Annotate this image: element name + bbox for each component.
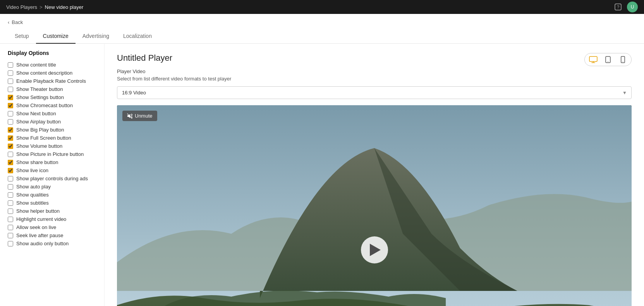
checkbox-label-show_share: Show share button [16,159,58,165]
top-bar: Video Players > New video player ? U [0,0,644,14]
tab-customize[interactable]: Customize [36,30,76,44]
format-dropdown[interactable]: 16:9 Video4:3 VideoVertical Video [117,86,632,99]
checkbox-label-show_live_icon: Show live icon [16,168,48,173]
breadcrumb-separator: > [39,4,43,10]
svg-text:?: ? [617,5,619,9]
checkbox-input-show_theater[interactable] [8,87,13,92]
checkbox-show_share[interactable]: Show share button [8,158,96,166]
checkbox-input-show_controls_ads[interactable] [8,176,13,181]
checkbox-show_controls_ads[interactable]: Show player controls during ads [8,174,96,183]
player-desc: Select from list different video formats… [117,76,632,82]
checkbox-input-show_airplay[interactable] [8,119,13,125]
checkbox-show_big_play[interactable]: Show Big Play button [8,126,96,134]
checkbox-show_settings[interactable]: Show Settings button [8,93,96,101]
checkbox-show_content_title[interactable]: Show content title [8,61,96,69]
content-area: Display Options Show content titleShow c… [0,44,644,306]
checkbox-show_chromecast[interactable]: Show Chromecast button [8,101,96,109]
video-format-select[interactable]: 16:9 Video4:3 VideoVertical Video ▼ [117,86,632,99]
checkboxes-list: Show content titleShow content descripti… [8,61,96,248]
checkbox-label-show_next: Show Next button [16,111,56,116]
unmute-button[interactable]: Unmute [122,111,157,121]
svg-point-4 [608,62,608,62]
breadcrumb-current: New video player [45,4,84,10]
svg-rect-2 [589,56,597,62]
page-header: ‹ Back SetupCustomizeAdvertisingLocaliza… [0,14,644,44]
checkbox-enable_playback[interactable]: Enable Playback Rate Controls [8,77,96,85]
back-chevron-icon: ‹ [8,19,9,25]
checkbox-input-show_volume[interactable] [8,144,13,149]
checkbox-label-show_content_title: Show content title [16,62,56,68]
breadcrumb-parent[interactable]: Video Players [6,4,37,10]
checkbox-label-show_big_play: Show Big Play button [16,127,64,133]
checkbox-label-show_volume: Show Volume button [16,143,62,149]
checkbox-input-seek_live_pause[interactable] [8,233,13,238]
tab-localization[interactable]: Localization [116,30,159,44]
checkbox-input-show_next[interactable] [8,111,13,116]
checkbox-input-show_live_icon[interactable] [8,168,13,173]
video-scene-svg [117,105,632,306]
help-icon[interactable]: ? [614,3,622,11]
checkbox-input-allow_seek_live[interactable] [8,225,13,230]
checkbox-label-show_autoplay: Show auto play [16,184,51,190]
checkbox-input-show_share[interactable] [8,160,13,165]
checkbox-input-show_helper[interactable] [8,209,13,214]
player-title: Untitled Player [117,53,172,63]
checkbox-show_next[interactable]: Show Next button [8,109,96,118]
unmute-label: Unmute [135,113,153,119]
tablet-device-button[interactable] [603,55,613,64]
checkbox-input-show_content_title[interactable] [8,62,13,68]
checkbox-input-show_pip[interactable] [8,152,13,157]
checkbox-show_helper[interactable]: Show helper button [8,207,96,215]
video-player: Unmute [117,105,632,306]
breadcrumb: Video Players > New video player [6,4,83,10]
avatar[interactable]: U [627,2,638,12]
checkbox-label-enable_playback: Enable Playback Rate Controls [16,78,86,84]
checkbox-show_audio_only[interactable]: Show audio only button [8,239,96,248]
tab-advertising[interactable]: Advertising [76,30,116,44]
tab-setup[interactable]: Setup [8,30,36,44]
display-options-title: Display Options [8,50,96,56]
checkbox-show_live_icon[interactable]: Show live icon [8,166,96,174]
checkbox-show_autoplay[interactable]: Show auto play [8,183,96,191]
checkbox-input-show_audio_only[interactable] [8,241,13,246]
checkbox-label-show_subtitles: Show subtitles [16,200,49,206]
left-panel: Display Options Show content titleShow c… [0,44,105,306]
back-link[interactable]: ‹ Back [8,19,636,25]
checkbox-show_subtitles[interactable]: Show subtitles [8,199,96,207]
checkbox-show_volume[interactable]: Show Volume button [8,142,96,150]
checkbox-show_qualities[interactable]: Show qualities [8,191,96,199]
checkbox-seek_live_pause[interactable]: Seek live after pause [8,231,96,239]
checkbox-label-show_content_desc: Show content description [16,70,72,76]
checkbox-input-highlight_current[interactable] [8,217,13,222]
checkbox-label-show_airplay: Show Airplay button [16,119,61,125]
checkbox-show_pip[interactable]: Show Picture in Picture button [8,150,96,158]
right-panel: Untitled Player [105,44,644,306]
top-bar-right: ? U [614,2,638,12]
checkbox-show_content_desc[interactable]: Show content description [8,69,96,77]
desktop-device-button[interactable] [588,55,599,64]
mobile-device-button[interactable] [617,55,628,64]
checkbox-input-show_subtitles[interactable] [8,200,13,206]
checkbox-highlight_current[interactable]: Highlight current video [8,215,96,223]
checkbox-input-enable_playback[interactable] [8,79,13,84]
checkbox-show_theater[interactable]: Show Theater button [8,85,96,93]
device-switcher [584,53,632,66]
checkbox-show_fullscreen[interactable]: Show Full Screen button [8,134,96,142]
checkbox-show_airplay[interactable]: Show Airplay button [8,118,96,126]
checkbox-input-show_settings[interactable] [8,95,13,100]
checkbox-input-show_content_desc[interactable] [8,70,13,76]
svg-point-6 [622,62,623,62]
checkbox-input-show_big_play[interactable] [8,127,13,133]
volume-icon [127,113,132,119]
checkbox-label-highlight_current: Highlight current video [16,216,66,222]
checkbox-allow_seek_live[interactable]: Allow seek on live [8,223,96,231]
play-button[interactable] [361,236,388,263]
checkbox-input-show_autoplay[interactable] [8,184,13,190]
checkbox-label-show_pip: Show Picture in Picture button [16,151,84,157]
checkbox-input-show_fullscreen[interactable] [8,135,13,141]
checkbox-label-show_fullscreen: Show Full Screen button [16,135,71,141]
checkbox-input-show_chromecast[interactable] [8,103,13,108]
tabs-nav: SetupCustomizeAdvertisingLocalization [8,30,636,43]
checkbox-label-show_controls_ads: Show player controls during ads [16,176,88,181]
checkbox-input-show_qualities[interactable] [8,192,13,198]
